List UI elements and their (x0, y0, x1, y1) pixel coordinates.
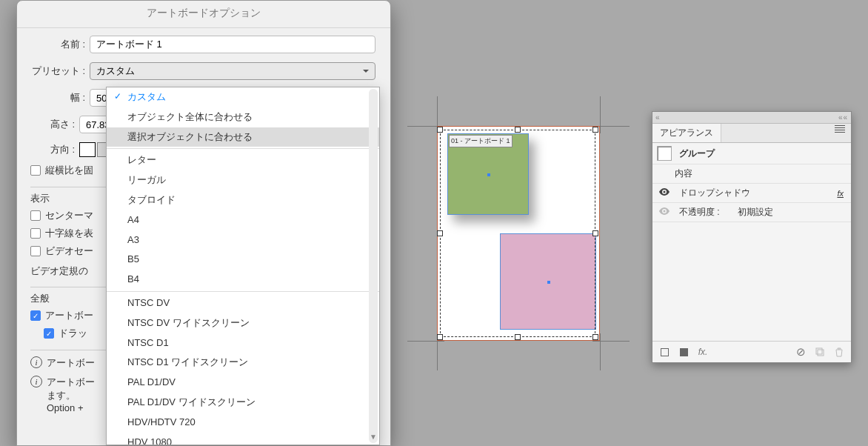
selection-handle[interactable] (515, 127, 521, 133)
preset-option[interactable]: リーガル (107, 170, 379, 190)
collapse-icon[interactable]: «« (838, 113, 848, 122)
svg-rect-2 (816, 348, 822, 354)
preset-option[interactable]: オブジェクト全体に合わせる (107, 107, 379, 127)
visibility-eye-icon[interactable] (657, 187, 672, 199)
panel-grip-bar[interactable]: « «« (652, 112, 851, 124)
fade-artboard-label: アートボー (45, 309, 93, 322)
update-drag-checkbox[interactable]: ✓ (44, 328, 54, 339)
effect-dropshadow[interactable]: ドロップシャドウ (679, 187, 750, 199)
contents-row[interactable]: 内容 (675, 167, 692, 180)
dropdown-scrollbar[interactable]: ▲ ▼ (369, 89, 378, 443)
tab-appearance[interactable]: アピアランス (652, 124, 721, 142)
fx-link[interactable]: fx (837, 189, 847, 198)
selection-marquee[interactable] (440, 130, 595, 337)
preset-option[interactable]: PAL D1/DV ワイドスクリーン (107, 393, 379, 413)
height-label: 高さ : (32, 118, 75, 131)
selection-handle[interactable] (437, 334, 443, 340)
visibility-eye-icon[interactable] (657, 207, 672, 218)
preset-option[interactable]: HDV 1080 (107, 433, 379, 445)
preset-option[interactable]: レター (107, 150, 379, 170)
info-option-text-3: Option + (47, 402, 95, 413)
aspect-lock-checkbox[interactable] (30, 165, 41, 176)
info-option-text-2: ます。 (47, 389, 95, 402)
preset-option[interactable]: HDV/HDTV 720 (107, 413, 379, 433)
cross-hairs-label: 十字線を表 (45, 227, 93, 240)
duplicate-icon[interactable] (814, 346, 826, 358)
name-label: 名前 : (32, 38, 85, 51)
hamburger-icon (835, 124, 845, 134)
panel-menu-button[interactable] (829, 124, 851, 142)
preset-select-value: カスタム (96, 65, 135, 76)
preset-option[interactable]: NTSC DV (107, 293, 379, 313)
delete-icon[interactable] (833, 346, 845, 358)
preset-option[interactable]: PAL D1/DV (107, 373, 379, 393)
preset-option[interactable]: B5 (107, 250, 379, 270)
preset-option[interactable]: A4 (107, 210, 379, 230)
preset-option[interactable]: B4 (107, 270, 379, 290)
target-name: グループ (679, 147, 715, 160)
aspect-lock-label: 縦横比を固 (45, 164, 93, 177)
svg-point-1 (664, 210, 666, 213)
opacity-value[interactable]: 初期設定 (727, 206, 773, 219)
orientation-label: 方向 : (32, 143, 75, 156)
selection-handle[interactable] (592, 127, 598, 133)
center-mark-checkbox[interactable] (30, 210, 41, 221)
artboard-name-tag[interactable]: 01 - アートボード 1 (449, 135, 513, 147)
collapse-icon[interactable]: « (655, 113, 661, 122)
update-drag-label: ドラッ (59, 327, 87, 340)
svg-point-0 (664, 191, 666, 193)
selection-handle[interactable] (515, 334, 521, 340)
add-fill-icon[interactable] (678, 346, 690, 358)
preset-option[interactable]: カスタム (107, 87, 379, 107)
canvas-area[interactable]: 01 - アートボード 1 (407, 96, 630, 363)
selection-handle[interactable] (592, 230, 598, 236)
preset-select[interactable]: カスタム (90, 62, 375, 80)
add-stroke-icon[interactable] (658, 346, 670, 358)
preset-option[interactable]: NTSC D1 ワイドスクリーン (107, 353, 379, 373)
thumbnail-swatch[interactable] (657, 146, 672, 161)
preset-option[interactable]: タブロイド (107, 190, 379, 210)
preset-option[interactable]: A3 (107, 230, 379, 250)
width-label: 幅 : (32, 91, 85, 104)
preset-dropdown[interactable]: カスタムオブジェクト全体に合わせる選択オブジェクトに合わせるレターリーガルタブロ… (106, 87, 380, 445)
svg-rect-3 (818, 350, 824, 356)
preset-option[interactable]: 選択オブジェクトに合わせる (107, 127, 379, 147)
scroll-down-arrow[interactable]: ▼ (369, 433, 378, 443)
preset-option[interactable]: NTSC DV ワイドスクリーン (107, 313, 379, 333)
appearance-panel: « «« アピアランス グループ 内容 ドロップシャドウ fx 不透明度 : (652, 111, 852, 363)
center-mark-label: センターマ (45, 209, 93, 222)
video-safe-label: ビデオセー (45, 244, 93, 258)
preset-option[interactable]: NTSC D1 (107, 333, 379, 353)
fade-artboard-checkbox[interactable]: ✓ (30, 310, 41, 321)
info-artboard-text: アートボー (47, 356, 95, 370)
info-icon: i (30, 376, 42, 387)
info-icon: i (30, 356, 42, 368)
selection-handle[interactable] (437, 230, 443, 236)
selection-handle[interactable] (592, 334, 598, 340)
name-input[interactable] (90, 36, 375, 53)
preset-label: プリセット : (32, 64, 85, 78)
add-effect-icon[interactable]: fx. (697, 346, 709, 358)
opacity-label[interactable]: 不透明度 : (679, 206, 720, 219)
artboard-options-dialog: アートボードオプション 名前 : プリセット : カスタム 幅 : 高さ : 方… (16, 0, 391, 446)
scroll-thumb[interactable] (369, 89, 378, 443)
info-option-text-1: アートボー (47, 376, 95, 389)
selection-handle[interactable] (437, 127, 443, 133)
orientation-portrait-button[interactable] (79, 142, 96, 157)
video-safe-checkbox[interactable] (30, 246, 41, 256)
clear-appearance-icon[interactable]: ⊘ (795, 346, 807, 358)
cross-hairs-checkbox[interactable] (30, 228, 41, 239)
dialog-title: アートボードオプション (17, 1, 390, 28)
